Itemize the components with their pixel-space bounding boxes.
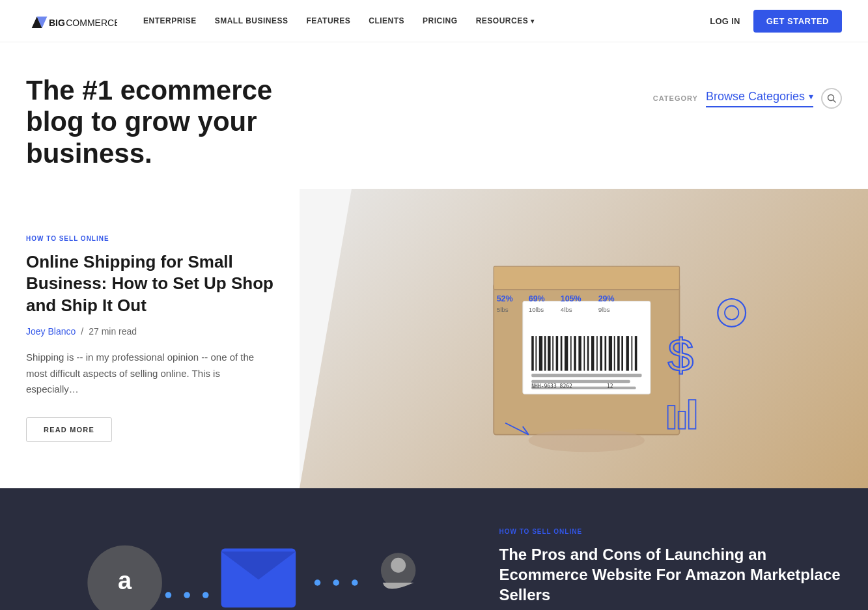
article1-author[interactable]: Joey Blanco (26, 326, 76, 337)
svg-rect-15 (556, 336, 559, 370)
svg-text:BIG: BIG (49, 17, 65, 27)
svg-rect-12 (544, 336, 546, 370)
svg-point-65 (352, 579, 358, 586)
article1-excerpt: Shipping is -- in my professional opinio… (26, 350, 273, 398)
category-label: CATEGORY (653, 94, 698, 102)
category-dropdown[interactable]: Browse Categories ▾ (706, 90, 813, 107)
svg-rect-20 (578, 336, 581, 370)
svg-rect-27 (609, 336, 612, 370)
navbar: BIG COMMERCE ENTERPRISE SMALL BUSINESS F… (0, 0, 868, 42)
svg-text:5lbs: 5lbs (497, 306, 509, 313)
browse-categories-label: Browse Categories (706, 90, 805, 104)
article1-separator: / (81, 326, 83, 337)
svg-text:105%: 105% (561, 294, 581, 303)
svg-rect-42 (689, 400, 696, 429)
resources-dropdown-icon: ▾ (531, 18, 535, 25)
svg-rect-11 (539, 336, 542, 370)
second-article-content: HOW TO SELL ONLINE The Pros and Cons of … (486, 488, 868, 610)
nav-links: ENTERPRISE SMALL BUSINESS FEATURES CLIEN… (143, 16, 710, 25)
svg-rect-19 (574, 336, 576, 370)
search-button[interactable] (821, 88, 842, 109)
svg-text:69%: 69% (529, 294, 545, 303)
svg-text:a: a (118, 566, 132, 594)
svg-rect-28 (614, 336, 615, 370)
first-article-image: NHH-9633 8262 12 $ 52% 69% 105% 29% (300, 189, 868, 488)
svg-rect-22 (587, 336, 589, 370)
box-svg: NHH-9633 8262 12 $ 52% 69% 105% 29% (378, 208, 842, 475)
shipping-box-illustration: NHH-9633 8262 12 $ 52% 69% 105% 29% (378, 208, 842, 475)
search-icon (827, 94, 836, 103)
svg-rect-7 (494, 266, 679, 290)
svg-text:COMMERCE: COMMERCE (66, 17, 117, 27)
svg-rect-34 (531, 374, 641, 377)
svg-rect-17 (565, 336, 568, 370)
svg-point-43 (718, 299, 746, 327)
svg-rect-33 (635, 336, 637, 370)
svg-point-59 (184, 592, 191, 598)
article1-meta: Joey Blanco / 27 min read (26, 326, 273, 337)
nav-enterprise[interactable]: ENTERPRISE (143, 16, 197, 25)
svg-rect-10 (535, 336, 537, 370)
svg-line-5 (833, 100, 836, 103)
svg-rect-29 (617, 336, 620, 370)
svg-text:10lbs: 10lbs (529, 306, 544, 313)
svg-rect-16 (561, 336, 563, 370)
svg-rect-31 (626, 336, 628, 370)
svg-rect-35 (531, 380, 630, 383)
svg-rect-23 (591, 336, 594, 370)
article1-read-time: 27 min read (89, 326, 137, 337)
svg-text:52%: 52% (497, 294, 513, 303)
svg-point-64 (333, 579, 340, 586)
svg-text:NHH-9633  8262: NHH-9633 8262 (531, 383, 572, 389)
first-article-wrapper: HOW TO SELL ONLINE Online Shipping for S… (0, 189, 868, 488)
article1-read-more-button[interactable]: READ MORE (26, 417, 112, 442)
svg-rect-14 (552, 336, 553, 370)
svg-point-55 (529, 429, 645, 452)
article2-category-tag[interactable]: HOW TO SELL ONLINE (499, 528, 842, 535)
svg-rect-9 (531, 336, 534, 370)
hero-section: The #1 ecommerce blog to grow your busin… (0, 42, 868, 169)
svg-rect-24 (596, 336, 598, 370)
svg-text:$: $ (668, 328, 694, 380)
svg-text:12: 12 (607, 383, 613, 389)
svg-point-58 (165, 592, 172, 598)
svg-point-63 (315, 579, 321, 586)
article1-category-tag[interactable]: HOW TO SELL ONLINE (26, 235, 273, 242)
nav-features[interactable]: FEATURES (306, 16, 350, 25)
svg-point-60 (203, 592, 209, 598)
nav-pricing[interactable]: PRICING (423, 16, 458, 25)
svg-rect-13 (548, 336, 550, 370)
nav-small-business[interactable]: SMALL BUSINESS (215, 16, 288, 25)
get-started-button[interactable]: GET STARTED (753, 10, 842, 33)
svg-rect-18 (570, 336, 572, 370)
svg-point-44 (725, 306, 738, 320)
nav-resources[interactable]: RESOURCES ▾ (476, 16, 535, 25)
article1-title: Online Shipping for Small Business: How … (26, 251, 273, 317)
article2-title: The Pros and Cons of Launching an Ecomme… (499, 544, 842, 605)
login-button[interactable]: LOG IN (710, 16, 740, 26)
second-article-illustration: a (54, 514, 432, 610)
svg-rect-25 (600, 336, 602, 370)
second-article-image-area: a (0, 488, 486, 610)
logo[interactable]: BIG COMMERCE (26, 10, 117, 33)
svg-text:4lbs: 4lbs (561, 306, 572, 313)
svg-rect-30 (621, 336, 623, 370)
svg-rect-21 (583, 336, 585, 370)
hero-title: The #1 ecommerce blog to grow your busin… (26, 75, 319, 169)
logo-svg: BIG COMMERCE (26, 10, 117, 33)
svg-rect-32 (631, 336, 632, 370)
svg-rect-26 (604, 336, 606, 370)
first-article-content: HOW TO SELL ONLINE Online Shipping for S… (0, 189, 300, 488)
svg-text:29%: 29% (598, 294, 615, 303)
svg-text:9lbs: 9lbs (598, 306, 610, 313)
chevron-down-icon: ▾ (809, 91, 813, 102)
category-filter: CATEGORY Browse Categories ▾ (653, 88, 842, 109)
nav-clients[interactable]: CLIENTS (369, 16, 404, 25)
nav-right: LOG IN GET STARTED (710, 10, 842, 33)
svg-point-67 (391, 558, 406, 573)
second-article-section: a HOW TO SELL ONLINE (0, 488, 868, 610)
